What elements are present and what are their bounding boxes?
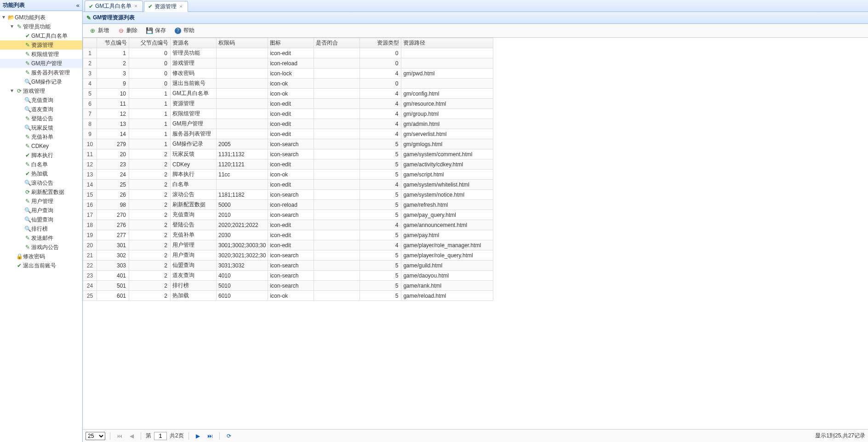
cell: icon-edit: [268, 220, 314, 230]
tree-node-gm-oplog[interactable]: 🔍GM操作记录: [0, 77, 82, 86]
table-row[interactable]: 16982刷新配置数据5000icon-reload5game/refresh.…: [83, 200, 493, 210]
tree-node-script-exec[interactable]: ✔脚本执行: [0, 151, 82, 160]
tree-node-root[interactable]: ▾📂GM功能列表: [0, 13, 82, 22]
tree-node-rank[interactable]: 🔍排行榜: [0, 224, 82, 233]
col-header-1[interactable]: 节点编号: [97, 38, 129, 48]
table-row[interactable]: 14252白名单icon-edit4game/system/whitelist.…: [83, 180, 493, 190]
table-row[interactable]: 12232CDKey1120;1121icon-edit5game/activi…: [83, 159, 493, 170]
cell: 1120;1121: [217, 159, 268, 170]
cell: 热加载: [171, 291, 217, 301]
tree-node-user-mgmt[interactable]: ✎用户管理: [0, 197, 82, 206]
table-row[interactable]: 13242脚本执行11ccicon-ok5game/script.html: [83, 170, 493, 180]
tree-node-send-mail[interactable]: ✎发送邮件: [0, 233, 82, 243]
table-row[interactable]: 8131GM用户管理icon-edit4gm/admin.html: [83, 119, 493, 129]
table-row[interactable]: 15262滚动公告1181;1182icon-search5game/syste…: [83, 190, 493, 200]
table-row[interactable]: 213022用户查询3020;3021;3022;30icon-search5g…: [83, 250, 493, 261]
tree-node-daoyou-query[interactable]: 🔍道友查询: [0, 105, 82, 114]
cell: 服务器列表管理: [171, 129, 217, 139]
cell: 资源管理: [171, 99, 217, 109]
table-row[interactable]: 245012排行榜5010icon-search5game/rank.html: [83, 281, 493, 291]
cell: 303: [97, 261, 129, 271]
tree-node-server-list[interactable]: ✎服务器列表管理: [0, 68, 82, 77]
tree-node-recharge-query[interactable]: 🔍充值查询: [0, 96, 82, 105]
tree-node-gm-whitelist[interactable]: ✔GM工具白名单: [0, 31, 82, 40]
cell: 277: [97, 230, 129, 240]
page-input[interactable]: [154, 432, 167, 440]
col-header-2[interactable]: 父节点编号: [129, 38, 171, 48]
tree-node-ingame-notice[interactable]: ✎游戏内公告: [0, 243, 82, 252]
first-page-button[interactable]: ⏮: [115, 431, 124, 441]
help-button[interactable]: ? 帮助: [171, 26, 198, 36]
last-page-button[interactable]: ⏭: [206, 431, 215, 441]
tree-node-login-notice[interactable]: ✎登陆公告: [0, 114, 82, 123]
tree-node-cdkey[interactable]: ✎CDKey: [0, 142, 82, 151]
tree-node-user-query[interactable]: 🔍用户查询: [0, 206, 82, 215]
col-header-4[interactable]: 权限码: [217, 38, 268, 48]
add-button[interactable]: ⊕ 新增: [86, 26, 112, 36]
tree-node-admin-func[interactable]: ▾✎管理员功能: [0, 22, 82, 31]
cell: 0: [360, 48, 401, 58]
table-row[interactable]: 223032仙盟查询3031;3032icon-search5game/guil…: [83, 261, 493, 271]
tree-node-recharge-supp[interactable]: ✎充值补单: [0, 132, 82, 142]
expand-icon: [17, 225, 24, 232]
table-row[interactable]: 192772充值补单2030icon-edit5game/pay.html: [83, 230, 493, 240]
cell: 2: [97, 58, 129, 68]
tree-node-resource-mgmt[interactable]: ✎资源管理: [0, 40, 82, 50]
collapse-sidebar-icon[interactable]: «: [76, 2, 80, 9]
tree-node-player-feedback[interactable]: 🔍玩家反馈: [0, 123, 82, 132]
cell: game/pay_query.html: [401, 210, 493, 220]
table-row[interactable]: 11202玩家反馈1131;1132icon-search5game/syste…: [83, 149, 493, 159]
tree-node-gm-user-mgmt[interactable]: ✎GM用户管理: [0, 59, 82, 68]
table-row[interactable]: 182762登陆公告2020;2021;2022icon-edit4game/a…: [83, 220, 493, 230]
cell: [314, 261, 360, 271]
tree-node-hotload[interactable]: ✔热加载: [0, 169, 82, 178]
table-row[interactable]: 6111资源管理icon-edit4gm/resource.html: [83, 99, 493, 109]
tree-node-whitelist[interactable]: ✎白名单: [0, 160, 82, 169]
table-row[interactable]: 256012热加载6010icon-ok5game/reload.html: [83, 291, 493, 301]
save-button[interactable]: 💾 保存: [143, 26, 169, 36]
refresh-button[interactable]: ⟳: [224, 431, 234, 441]
expand-icon[interactable]: ▾: [0, 14, 7, 21]
col-header-6[interactable]: 是否闭合: [314, 38, 360, 48]
prev-page-button[interactable]: ◀: [127, 431, 136, 441]
panel-header: ✎ GM管理资源列表: [83, 12, 868, 24]
expand-icon[interactable]: ▾: [8, 87, 16, 95]
col-header-0[interactable]: [83, 38, 97, 48]
expand-icon: [17, 78, 24, 85]
expand-icon[interactable]: ▾: [8, 23, 16, 30]
tree-node-refresh-config[interactable]: ⟳刷新配置数据: [0, 187, 82, 197]
tree-node-game-mgmt[interactable]: ▾⟳游戏管理: [0, 86, 82, 96]
tree-node-perm-group[interactable]: ✎权限组管理: [0, 50, 82, 59]
table-row[interactable]: 5101GM工具白名单icon-ok4gm/config.html: [83, 89, 493, 99]
table-row[interactable]: 102791GM操作记录2005icon-search5gm/gmlogs.ht…: [83, 139, 493, 149]
close-icon[interactable]: ×: [179, 4, 185, 9]
page-size-select[interactable]: 102550100: [86, 432, 105, 440]
grid-wrapper[interactable]: 节点编号父节点编号资源名权限码图标是否闭合资源类型资源路径110管理员功能ico…: [83, 38, 868, 429]
col-header-8[interactable]: 资源路径: [401, 38, 493, 48]
table-row[interactable]: 9141服务器列表管理icon-edit4gm/serverlist.html: [83, 129, 493, 139]
tree-node-guild-query[interactable]: 🔍仙盟查询: [0, 215, 82, 224]
col-header-3[interactable]: 资源名: [171, 38, 217, 48]
col-header-5[interactable]: 图标: [268, 38, 314, 48]
tree-node-change-pwd[interactable]: 🔒修改密码: [0, 252, 82, 261]
next-page-button[interactable]: ▶: [194, 431, 203, 441]
delete-button[interactable]: ⊖ 删除: [114, 26, 141, 36]
tree-label: 用户查询: [31, 207, 53, 215]
tree-label: GM工具白名单: [31, 32, 68, 40]
tree-node-scroll-notice[interactable]: 🔍滚动公告: [0, 178, 82, 187]
tab-1[interactable]: ✔资源管理×: [144, 1, 188, 12]
table-row[interactable]: 234012道友查询4010icon-search5game/daoyou.ht…: [83, 271, 493, 281]
col-header-7[interactable]: 资源类型: [360, 38, 401, 48]
refresh-config-icon: ⟳: [24, 189, 31, 195]
close-icon[interactable]: ×: [134, 3, 140, 9]
tab-0[interactable]: ✔GM工具白名单×: [85, 0, 143, 11]
table-row[interactable]: 220游戏管理icon-reload0: [83, 58, 493, 68]
table-row[interactable]: 203012用户管理3001;3002;3003;30icon-edit4gam…: [83, 240, 493, 250]
table-row[interactable]: 490退出当前账号icon-ok0: [83, 79, 493, 89]
player-feedback-icon: 🔍: [24, 125, 31, 131]
tree-node-logout[interactable]: ✔退出当前账号: [0, 261, 82, 270]
table-row[interactable]: 172702充值查询2010icon-search5game/pay_query…: [83, 210, 493, 220]
table-row[interactable]: 330修改密码icon-lock4gm/pwd.html: [83, 68, 493, 79]
table-row[interactable]: 7121权限组管理icon-edit4gm/group.html: [83, 109, 493, 119]
table-row[interactable]: 110管理员功能icon-edit0: [83, 48, 493, 58]
